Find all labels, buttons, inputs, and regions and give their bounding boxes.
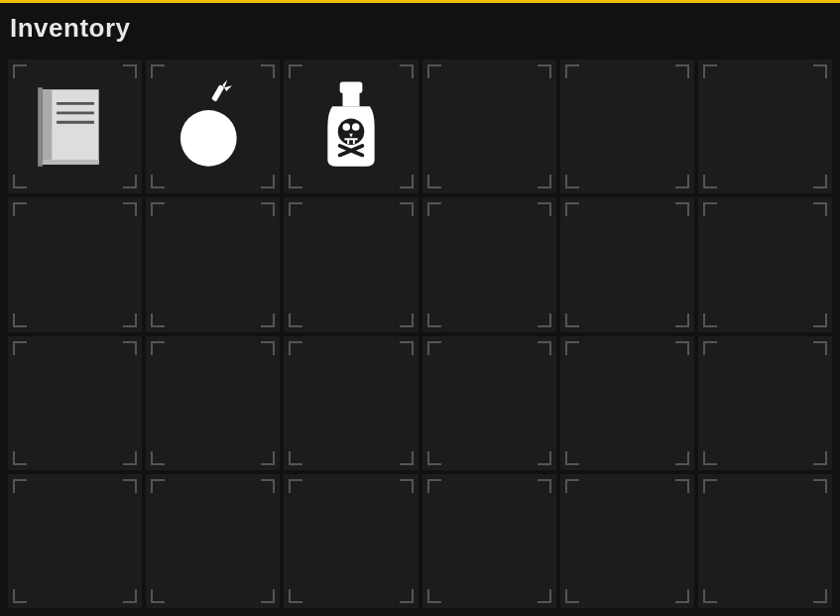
inventory-slot-1-2[interactable] bbox=[284, 197, 418, 331]
svg-marker-4 bbox=[222, 79, 231, 90]
grid-row bbox=[8, 474, 832, 608]
grid-row bbox=[8, 60, 832, 193]
inventory-grid bbox=[0, 52, 840, 616]
svg-point-8 bbox=[338, 118, 365, 145]
inventory-slot-1-4[interactable] bbox=[560, 197, 694, 331]
svg-rect-3 bbox=[211, 84, 224, 102]
inventory-slot-3-3[interactable] bbox=[422, 474, 556, 608]
inventory-slot-2-5[interactable] bbox=[698, 336, 832, 470]
inventory-slot-0-1[interactable] bbox=[146, 60, 280, 193]
inventory-slot-3-2[interactable] bbox=[284, 474, 418, 608]
grid-row bbox=[8, 197, 832, 331]
page-title: Inventory bbox=[10, 13, 131, 43]
svg-rect-7 bbox=[342, 93, 359, 106]
inventory-slot-1-0[interactable] bbox=[8, 197, 142, 331]
app: Inventory bbox=[0, 0, 840, 616]
inventory-slot-2-0[interactable] bbox=[8, 336, 142, 470]
poison-icon bbox=[304, 79, 399, 174]
inventory-slot-3-0[interactable] bbox=[8, 474, 142, 608]
svg-point-10 bbox=[352, 123, 360, 131]
inventory-slot-1-5[interactable] bbox=[698, 197, 832, 331]
inventory-slot-2-2[interactable] bbox=[284, 336, 418, 470]
bomb-icon bbox=[166, 79, 260, 174]
svg-point-5 bbox=[180, 110, 237, 167]
inventory-slot-0-0[interactable] bbox=[8, 60, 142, 193]
inventory-slot-3-1[interactable] bbox=[146, 474, 280, 608]
inventory-slot-1-3[interactable] bbox=[422, 197, 556, 331]
inventory-slot-0-5[interactable] bbox=[698, 60, 832, 193]
inventory-slot-3-5[interactable] bbox=[698, 474, 832, 608]
inventory-slot-1-1[interactable] bbox=[146, 197, 280, 331]
book-icon bbox=[28, 79, 122, 174]
svg-rect-6 bbox=[340, 81, 363, 92]
inventory-slot-0-2[interactable] bbox=[284, 60, 418, 193]
grid-row bbox=[8, 336, 832, 470]
inventory-slot-2-1[interactable] bbox=[146, 336, 280, 470]
inventory-slot-0-3[interactable] bbox=[422, 60, 556, 193]
inventory-header: Inventory bbox=[0, 0, 840, 52]
inventory-slot-2-4[interactable] bbox=[560, 336, 694, 470]
inventory-slot-2-3[interactable] bbox=[422, 336, 556, 470]
inventory-slot-3-4[interactable] bbox=[560, 474, 694, 608]
svg-point-9 bbox=[342, 123, 350, 131]
inventory-slot-0-4[interactable] bbox=[560, 60, 694, 193]
